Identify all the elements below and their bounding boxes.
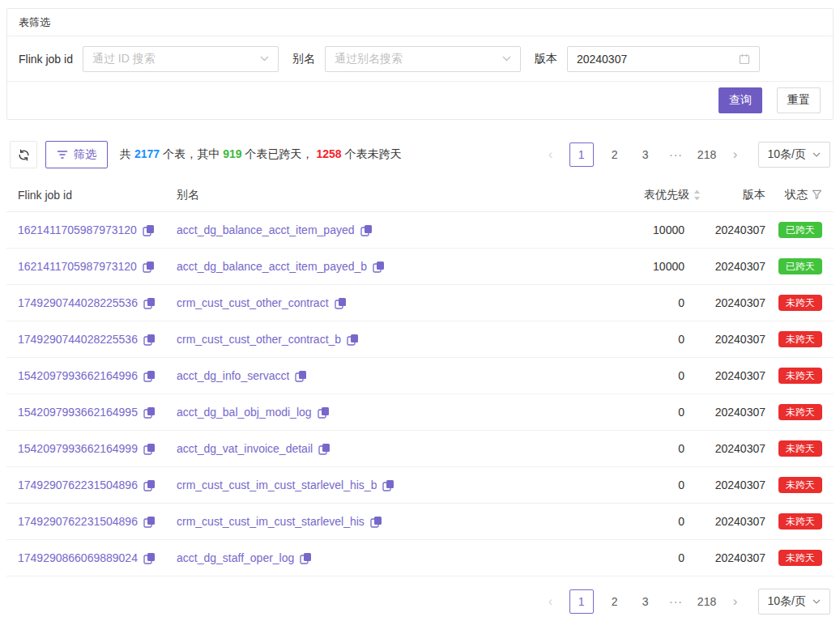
column-header-priority[interactable]: 表优先级 [502, 188, 684, 202]
status-cell: 未跨天 [765, 295, 822, 311]
version-cell: 20240307 [684, 260, 765, 273]
alias-label: 别名 [292, 52, 315, 66]
version-date-input[interactable]: 20240307 [567, 46, 760, 72]
flink-job-id-link[interactable]: 1542097993662164999 [18, 442, 138, 455]
alias-cell: acct_dg_vat_invoice_detail [177, 442, 502, 455]
alias-link[interactable]: acct_dg_balance_acct_item_payed_b [177, 260, 367, 273]
alias-link[interactable]: acct_dg_balance_acct_item_payed [177, 223, 355, 236]
copy-icon[interactable] [143, 479, 156, 491]
pagination-page-3[interactable]: 3 [636, 142, 655, 167]
flink-job-id-link[interactable]: 1621411705987973120 [18, 223, 137, 236]
alias-select[interactable]: 通过别名搜索 [325, 46, 521, 72]
copy-icon[interactable] [370, 516, 382, 528]
flink-job-id-link[interactable]: 1749290744028225536 [18, 296, 138, 309]
copy-icon[interactable] [295, 370, 307, 382]
status-badge: 未跨天 [778, 513, 822, 530]
alias-link[interactable]: crm_cust_cust_im_cust_starlevel_his [177, 515, 365, 528]
copy-icon[interactable] [143, 443, 156, 455]
pagination-page-last[interactable]: 218 [697, 142, 717, 167]
pagination-next-button[interactable]: › [726, 142, 745, 167]
copy-icon[interactable] [318, 443, 330, 455]
pagination-ellipsis[interactable]: ··· [667, 142, 686, 167]
summary-part4: 个表未跨天 [345, 147, 402, 160]
status-cell: 已跨天 [765, 222, 822, 238]
copy-icon[interactable] [382, 479, 394, 491]
filter-button[interactable]: 筛选 [45, 141, 108, 168]
version-cell: 20240307 [684, 369, 765, 382]
tables-table: Flink job id 别名 表优先级 版本 状态 [6, 178, 834, 576]
reset-button[interactable]: 重置 [777, 87, 821, 113]
flink-job-id-link[interactable]: 1749290762231504896 [18, 479, 138, 491]
column-header-flink-job-id[interactable]: Flink job id [18, 189, 177, 202]
copy-icon[interactable] [318, 406, 330, 419]
flink-job-id-link[interactable]: 1542097993662164995 [18, 406, 138, 419]
flink-job-id-placeholder: 通过 ID 搜索 [92, 52, 260, 66]
pagination-page-2[interactable]: 2 [605, 589, 625, 614]
page-size-select[interactable]: 10条/页 [758, 589, 830, 615]
table-row: 1749290762231504896 crm_cust_cust_im_cus… [6, 467, 834, 504]
copy-icon[interactable] [360, 224, 373, 236]
pagination-page-3[interactable]: 3 [636, 589, 655, 614]
pagination-page-1[interactable]: 1 [569, 142, 594, 167]
version-cell: 20240307 [684, 333, 765, 346]
alias-link[interactable]: crm_cust_cust_other_contract_b [177, 333, 341, 346]
column-header-version[interactable]: 版本 [684, 188, 765, 202]
alias-cell: crm_cust_cust_im_cust_starlevel_his_b [177, 479, 502, 491]
status-badge: 未跨天 [778, 550, 822, 566]
alias-link[interactable]: crm_cust_cust_other_contract [177, 296, 329, 309]
page-size-select[interactable]: 10条/页 [758, 142, 830, 168]
flink-job-id-link[interactable]: 1749290762231504896 [18, 515, 138, 528]
copy-icon[interactable] [143, 334, 156, 346]
column-header-alias[interactable]: 别名 [177, 188, 502, 202]
table-row: 1749290744028225536 crm_cust_cust_other_… [6, 285, 834, 321]
table-row: 1542097993662164995 acct_dg_bal_obj_modi… [6, 394, 834, 431]
status-cell: 未跨天 [765, 550, 822, 566]
pagination-next-button[interactable]: › [726, 589, 745, 614]
flink-job-id-link[interactable]: 1749290866069889024 [18, 551, 138, 564]
flink-job-id-select[interactable]: 通过 ID 搜索 [83, 46, 279, 72]
pagination-ellipsis[interactable]: ··· [667, 589, 686, 614]
copy-icon[interactable] [347, 334, 359, 346]
version-cell: 20240307 [684, 515, 765, 528]
priority-cell: 0 [502, 479, 684, 491]
copy-icon[interactable] [143, 297, 156, 309]
filter-card: 表筛选 Flink job id 通过 ID 搜索 别名 通过别名搜索 版本 2… [6, 8, 834, 120]
copy-icon[interactable] [143, 370, 156, 382]
alias-link[interactable]: acct_dg_info_servacct [177, 369, 289, 382]
flink-job-id-link[interactable]: 1542097993662164996 [18, 369, 138, 382]
copy-icon[interactable] [143, 552, 156, 564]
refresh-icon [18, 149, 30, 161]
copy-icon[interactable] [335, 297, 347, 309]
flink-job-id-link[interactable]: 1749290744028225536 [18, 333, 138, 346]
alias-link[interactable]: acct_dg_bal_obj_modi_log [177, 406, 312, 419]
refresh-button[interactable] [10, 141, 37, 168]
chevron-down-icon [260, 56, 269, 62]
copy-icon[interactable] [143, 224, 155, 236]
alias-link[interactable]: acct_dg_staff_oper_log [177, 551, 294, 564]
pagination-page-1[interactable]: 1 [569, 589, 594, 614]
status-badge: 未跨天 [778, 368, 822, 384]
flink-job-id-cell: 1749290744028225536 [18, 296, 177, 309]
copy-icon[interactable] [143, 516, 156, 528]
flink-job-id-cell: 1542097993662164999 [18, 442, 177, 455]
copy-icon[interactable] [143, 261, 155, 273]
copy-icon[interactable] [300, 552, 312, 564]
copy-icon[interactable] [373, 261, 385, 273]
column-header-status[interactable]: 状态 [765, 188, 822, 202]
alias-link[interactable]: crm_cust_cust_im_cust_starlevel_his_b [177, 479, 377, 491]
alias-cell: crm_cust_cust_other_contract [177, 296, 502, 309]
filter-funnel-icon[interactable] [812, 189, 822, 200]
pagination-page-2[interactable]: 2 [605, 142, 625, 167]
filter-lines-icon [57, 150, 68, 160]
query-button[interactable]: 查询 [718, 87, 762, 113]
chevron-down-icon [812, 152, 821, 157]
flink-job-id-cell: 1621411705987973120 [18, 260, 177, 273]
pagination-prev-button[interactable]: ‹ [541, 589, 561, 614]
pagination-page-last[interactable]: 218 [697, 589, 717, 614]
alias-link[interactable]: acct_dg_vat_invoice_detail [177, 442, 313, 455]
summary-uncrossed-count: 1258 [317, 147, 342, 160]
summary-crossed-count: 919 [223, 147, 241, 160]
flink-job-id-link[interactable]: 1621411705987973120 [18, 260, 137, 273]
copy-icon[interactable] [143, 406, 156, 419]
pagination-prev-button[interactable]: ‹ [541, 142, 561, 167]
